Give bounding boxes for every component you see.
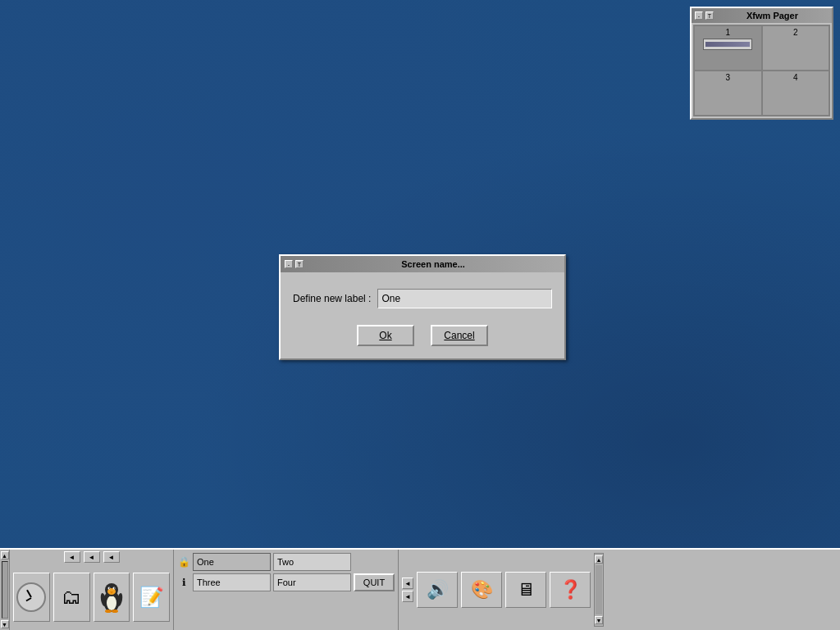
dialog-buttons: Ok Cancel <box>293 325 552 346</box>
applist-row2: ℹ Three Four QUIT <box>177 573 395 591</box>
dialog-minimize-btn[interactable]: - <box>285 260 293 268</box>
pager-cell-3[interactable]: 3 <box>694 71 762 116</box>
icon-scroll-left-3[interactable]: ◄ <box>103 551 120 563</box>
app-label-four[interactable]: Four <box>273 573 351 591</box>
penguin-icon-btn[interactable] <box>94 573 130 622</box>
taskbar-icons: 🗂 <box>10 564 173 630</box>
right-scroll-1[interactable]: ◄ <box>402 578 413 589</box>
right-scroll-2[interactable]: ◄ <box>402 591 413 602</box>
icon-scroll-left[interactable]: ◄ <box>64 551 80 563</box>
clock-icon-btn[interactable] <box>13 573 50 622</box>
ok-button-label: Ok <box>379 330 391 341</box>
svg-point-10 <box>112 609 118 613</box>
help-icon: ❓ <box>559 579 582 600</box>
lock-icon: 🔒 <box>177 555 190 568</box>
taskbar-scroll-down[interactable]: ▼ <box>1 620 9 628</box>
right-scrollbar: ▲ ▼ <box>594 553 604 627</box>
svg-point-9 <box>105 609 112 613</box>
taskbar: ▲ ▼ ◄ ◄ ◄ 🗂 <box>0 548 840 630</box>
dialog-type-btn[interactable]: T <box>295 260 304 268</box>
cancel-button-label: Cancel <box>444 330 474 341</box>
right-scroll-arrows: ◄ ◄ <box>402 578 413 602</box>
pager-cell-4[interactable]: 4 <box>762 71 830 116</box>
cancel-button[interactable]: Cancel <box>431 325 488 346</box>
pager-type-btn[interactable]: T <box>705 11 714 20</box>
palette-icon: 🎨 <box>471 579 493 600</box>
pager-window: - T Xfwm Pager 1 2 3 4 <box>690 7 833 120</box>
quit-button[interactable]: QUIT <box>354 573 395 591</box>
dialog-titlebar: - T Screen name... <box>281 256 564 272</box>
pager-cell-3-label: 3 <box>696 73 760 82</box>
svg-point-7 <box>114 587 115 588</box>
right-scroll-track <box>596 565 602 614</box>
dialog-input[interactable] <box>377 289 552 308</box>
taskbar-right-section: ◄ ◄ 🔊 🎨 🖥 ❓ <box>399 550 607 630</box>
svg-point-6 <box>109 587 110 588</box>
speaker-btn[interactable]: 🔊 <box>417 572 458 608</box>
pager-title: Xfwm Pager <box>716 11 829 21</box>
right-scroll-up[interactable]: ▲ <box>595 555 603 564</box>
display-btn[interactable]: 🖥 <box>505 572 546 608</box>
files-icon-btn[interactable]: 🗂 <box>53 573 90 622</box>
right-icons: 🔊 🎨 🖥 ❓ <box>417 572 591 608</box>
pager-minimize-btn[interactable]: - <box>695 11 703 20</box>
dialog-form-row: Define new label : <box>293 289 552 308</box>
desktop: - T Xfwm Pager 1 2 3 4 <box>0 0 840 630</box>
clock-icon <box>16 582 46 612</box>
pager-cell-4-label: 4 <box>765 73 828 82</box>
app-label-one[interactable]: One <box>193 553 271 571</box>
ok-button[interactable]: Ok <box>357 325 414 346</box>
svg-point-1 <box>107 596 116 610</box>
pager-titlebar: - T Xfwm Pager <box>692 8 832 23</box>
palette-btn[interactable]: 🎨 <box>461 572 502 608</box>
taskbar-left-scrollbar: ▲ ▼ <box>0 550 10 630</box>
dialog-content: Define new label : Ok Cancel <box>281 272 564 358</box>
applist-row1: 🔒 One Two <box>177 553 395 571</box>
screen-name-dialog: - T Screen name... Define new label : Ok… <box>279 254 566 360</box>
taskbar-top-arrows: ◄ ◄ ◄ <box>10 550 173 564</box>
pager-cell-2[interactable]: 2 <box>762 25 830 71</box>
pager-grid: 1 2 3 4 <box>693 25 830 116</box>
icon-scroll-left-2[interactable]: ◄ <box>84 551 100 563</box>
speaker-icon: 🔊 <box>427 579 449 600</box>
notes-icon: 📝 <box>139 586 164 609</box>
taskbar-applist: 🔒 One Two ℹ Three Four QUIT <box>174 550 399 630</box>
pager-mini-titlebar <box>705 42 750 47</box>
files-icon: 🗂 <box>62 586 81 609</box>
taskbar-scroll-track <box>2 561 8 619</box>
pager-cell-1-label: 1 <box>696 28 760 37</box>
right-scroll-down[interactable]: ▼ <box>595 616 603 624</box>
taskbar-icon-section: ◄ ◄ ◄ 🗂 <box>10 550 174 630</box>
dialog-label: Define new label : <box>293 293 371 304</box>
notes-icon-btn[interactable]: 📝 <box>133 573 170 622</box>
dialog-title: Screen name... <box>306 259 560 269</box>
display-icon: 🖥 <box>517 579 535 600</box>
pager-cell-2-label: 2 <box>765 28 828 37</box>
taskbar-scroll-up[interactable]: ▲ <box>1 551 9 559</box>
app-label-three[interactable]: Three <box>193 573 271 591</box>
help-btn[interactable]: ❓ <box>550 572 591 608</box>
pager-mini-window <box>703 39 752 50</box>
pager-cell-1[interactable]: 1 <box>694 25 762 71</box>
app-label-two[interactable]: Two <box>273 553 351 571</box>
penguin-icon <box>98 582 125 613</box>
info-icon: ℹ <box>177 576 190 589</box>
